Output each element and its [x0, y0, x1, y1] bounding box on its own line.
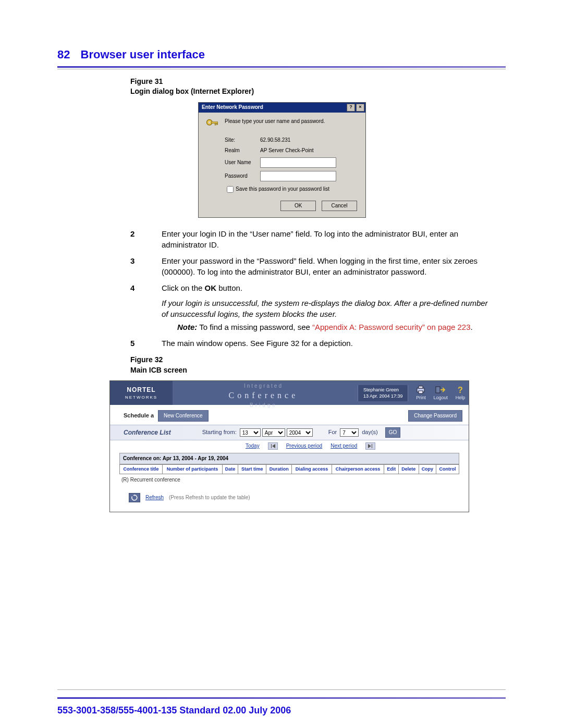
svg-rect-3 — [215, 123, 216, 125]
change-password-button[interactable]: Change Password — [408, 410, 462, 422]
refresh-hint: (Press Refresh to update the table) — [169, 494, 250, 501]
header-rule-thin — [57, 69, 506, 69]
next-period-link[interactable]: Next period — [331, 442, 357, 450]
recurrent-footnote: (R) Recurrent conference — [119, 474, 459, 484]
close-icon[interactable]: × — [356, 104, 364, 112]
logout-button[interactable]: Logout — [433, 385, 448, 401]
page-number: 82 — [57, 48, 70, 61]
banner-upper: Integrated — [173, 381, 354, 390]
header-rule-thick — [57, 66, 506, 68]
cancel-button[interactable]: Cancel — [322, 201, 357, 211]
svg-rect-4 — [217, 123, 218, 125]
days-label: day(s) — [362, 428, 378, 436]
for-label: For — [328, 428, 337, 436]
year-select[interactable]: 2004 — [287, 428, 313, 437]
dialog-title: Enter Network Password — [202, 104, 263, 111]
days-select[interactable]: 7 — [340, 428, 359, 437]
note-label: Note: — [177, 323, 197, 331]
print-icon — [415, 385, 426, 394]
key-icon — [205, 118, 219, 132]
username-input[interactable] — [260, 157, 336, 168]
col-delete: Delete — [399, 465, 419, 474]
conference-table: Conference title Number of participants … — [119, 464, 459, 474]
col-date: Date — [222, 465, 238, 474]
note-block: Note: To find a missing password, see “A… — [177, 322, 495, 332]
nortel-logo: NORTEL NETWORKS — [110, 381, 173, 405]
note-link: “Appendix A: Password security” on page … — [312, 323, 471, 331]
icb-filter-row: Conference List Starting from: 13 Apr 20… — [110, 425, 469, 440]
svg-text:?: ? — [458, 386, 463, 394]
new-conference-button[interactable]: New Conference — [158, 410, 208, 422]
svg-rect-7 — [419, 391, 423, 393]
col-title: Conference title — [120, 465, 163, 474]
help-button[interactable]: ? Help — [455, 385, 466, 401]
day-select[interactable]: 13 — [240, 428, 261, 437]
help-label: Help — [456, 394, 466, 401]
col-start: Start time — [238, 465, 266, 474]
banner-lower: Bridge — [173, 402, 354, 409]
figure32-caption-line1: Figure 32 — [130, 355, 163, 364]
page-title: Browser user interface — [81, 48, 205, 61]
save-password-checkbox[interactable] — [227, 186, 234, 193]
site-label: Site: — [225, 137, 260, 144]
step5-number: 5 — [130, 338, 162, 349]
banner-mid: Conference — [173, 390, 354, 401]
refresh-link[interactable]: Refresh — [145, 494, 164, 501]
step4-number: 4 — [130, 282, 162, 332]
svg-point-1 — [209, 121, 211, 124]
realm-label: Realm — [225, 147, 260, 154]
step4-post: button. — [216, 283, 242, 292]
logout-label: Logout — [433, 394, 448, 401]
user-info-box: Stephanie Green 13 Apr. 2004 17:39 — [358, 385, 409, 401]
icb-header-bar: NORTEL NETWORKS Integrated Conference Br… — [110, 381, 469, 405]
figure31-caption-line2: Login dialog box (Internet Explorer) — [130, 87, 254, 95]
step2-text: Enter your login ID in the “User name” f… — [162, 228, 495, 250]
figure31-caption: Figure 31 Login dialog box (Internet Exp… — [130, 77, 495, 97]
brand-line2: NETWORKS — [125, 394, 157, 400]
logout-icon — [435, 385, 446, 394]
step5-text: The main window opens. See Figure 32 for… — [162, 338, 353, 349]
col-edit: Edit — [384, 465, 399, 474]
note-dot: . — [471, 323, 473, 331]
figure32-caption-line2: Main ICB screen — [130, 366, 187, 374]
step4-bold: OK — [205, 283, 217, 292]
site-value: 62.90.58.231 — [260, 137, 290, 143]
print-button[interactable]: Print — [415, 385, 426, 401]
user-time: 13 Apr. 2004 17:39 — [363, 393, 403, 400]
conference-range-title: Conference on: Apr 13, 2004 - Apr 19, 20… — [119, 453, 459, 464]
prev-arrow-icon[interactable] — [268, 442, 278, 450]
month-select[interactable]: Apr — [262, 428, 285, 437]
col-duration: Duration — [266, 465, 292, 474]
step4-italic: If your login is unsuccessful, the syste… — [162, 298, 495, 319]
col-participants: Number of participants — [163, 465, 223, 474]
icb-banner: Integrated Conference Bridge — [173, 381, 354, 405]
footer-rule-thick — [57, 697, 506, 699]
dialog-titlebar: Enter Network Password ? × — [199, 103, 365, 113]
step3-number: 3 — [130, 255, 162, 277]
conference-list-title: Conference List — [124, 428, 171, 437]
password-label: Password — [225, 172, 260, 180]
schedule-a-label: Schedule a — [124, 412, 154, 419]
page-footer: 553-3001-358/555-4001-135 Standard 02.00… — [57, 704, 506, 717]
figure32-caption: Figure 32 Main ICB screen — [130, 355, 495, 375]
col-dialing: Dialing access — [292, 465, 332, 474]
previous-period-link[interactable]: Previous period — [286, 442, 322, 450]
help-icon[interactable]: ? — [347, 104, 355, 112]
password-input[interactable] — [260, 171, 336, 181]
today-link[interactable]: Today — [246, 442, 260, 450]
col-copy: Copy — [419, 465, 436, 474]
svg-rect-6 — [419, 386, 423, 388]
step2-number: 2 — [130, 228, 162, 250]
go-button[interactable]: GO — [385, 427, 401, 438]
next-arrow-icon[interactable] — [365, 442, 375, 450]
icb-main-screen: NORTEL NETWORKS Integrated Conference Br… — [109, 380, 469, 512]
user-name: Stephanie Green — [363, 387, 403, 393]
username-label: User Name — [225, 159, 260, 166]
help-icon: ? — [455, 385, 466, 394]
ok-button[interactable]: OK — [280, 201, 316, 211]
starting-from-label: Starting from: — [202, 428, 237, 436]
login-dialog: Enter Network Password ? × Please type y… — [198, 102, 366, 218]
refresh-icon[interactable] — [129, 493, 140, 502]
icb-nav-row: Today Previous period Next period — [110, 440, 469, 453]
step4-text: Click on the OK button. If your login is… — [162, 282, 495, 332]
